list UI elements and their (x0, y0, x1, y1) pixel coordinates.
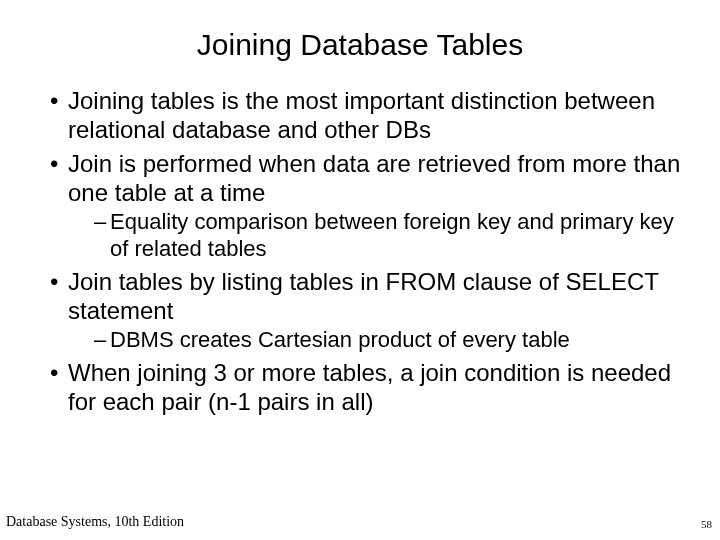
slide: Joining Database Tables Joining tables i… (0, 0, 720, 540)
sub-bullet-item: Equality comparison between foreign key … (94, 209, 690, 263)
bullet-text: Join tables by listing tables in FROM cl… (68, 268, 658, 324)
footer-text: Database Systems, 10th Edition (6, 514, 184, 530)
bullet-text: Join is performed when data are retrieve… (68, 150, 680, 206)
bullet-list: Joining tables is the most important dis… (20, 86, 700, 417)
sub-bullet-item: DBMS creates Cartesian product of every … (94, 327, 690, 354)
sub-bullet-list: DBMS creates Cartesian product of every … (68, 327, 690, 354)
bullet-item: When joining 3 or more tables, a join co… (50, 358, 690, 417)
bullet-item: Joining tables is the most important dis… (50, 86, 690, 145)
bullet-item: Join tables by listing tables in FROM cl… (50, 267, 690, 354)
page-number: 58 (701, 518, 712, 530)
slide-title: Joining Database Tables (20, 28, 700, 62)
bullet-item: Join is performed when data are retrieve… (50, 149, 690, 263)
sub-bullet-list: Equality comparison between foreign key … (68, 209, 690, 263)
